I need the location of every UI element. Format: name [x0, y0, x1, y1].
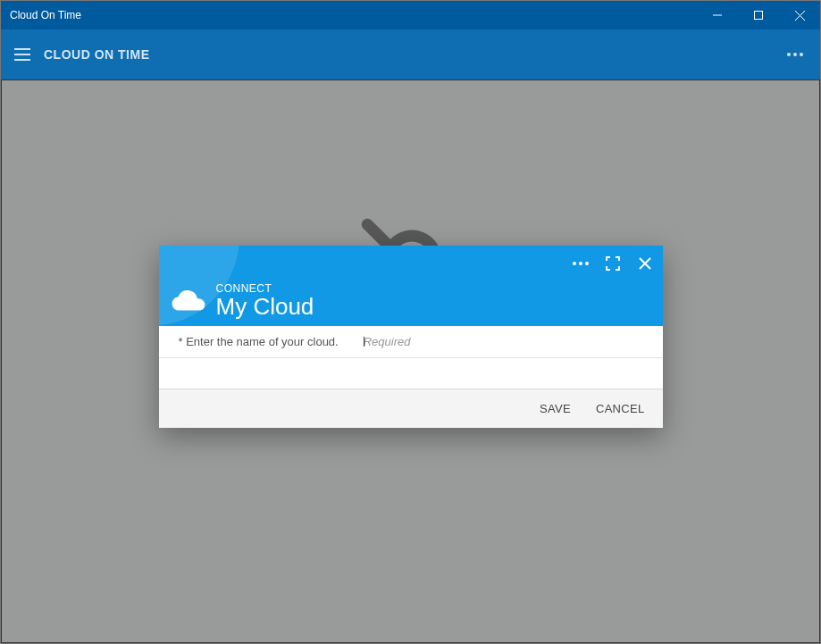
dialog-header-actions	[570, 253, 656, 274]
dialog-footer: SAVE CANCEL	[159, 389, 663, 428]
content-area: CONNECT My Cloud * Enter the name of you…	[1, 79, 820, 643]
app-title: CLOUD ON TIME	[44, 47, 150, 62]
window-maximize-button[interactable]	[738, 1, 779, 29]
cancel-button[interactable]: CANCEL	[596, 402, 645, 415]
window-titlebar: Cloud On Time	[1, 1, 820, 29]
close-icon	[638, 256, 652, 271]
cloud-icon	[170, 289, 207, 314]
dialog-title: My Cloud	[216, 295, 314, 319]
menu-button[interactable]	[1, 29, 44, 79]
cloud-name-field-row: * Enter the name of your cloud.	[159, 326, 663, 358]
dialog-body: * Enter the name of your cloud.	[159, 326, 663, 389]
dialog-close-button[interactable]	[634, 253, 656, 274]
app-window: Cloud On Time CLOUD ON TIME	[0, 0, 821, 644]
window-minimize-button[interactable]	[697, 1, 738, 29]
fullscreen-icon	[606, 256, 620, 271]
dialog-header: CONNECT My Cloud	[159, 246, 663, 326]
cloud-name-input[interactable]	[364, 335, 643, 348]
window-title: Cloud On Time	[1, 9, 697, 21]
dialog-fullscreen-button[interactable]	[602, 253, 624, 274]
spacer-row	[159, 358, 663, 389]
cloud-name-label: * Enter the name of your cloud.	[179, 335, 339, 348]
window-close-button[interactable]	[779, 1, 820, 29]
more-icon	[787, 53, 803, 56]
svg-rect-1	[755, 12, 763, 20]
connect-dialog: CONNECT My Cloud * Enter the name of you…	[159, 246, 663, 428]
app-more-button[interactable]	[777, 29, 820, 79]
dialog-more-button[interactable]	[570, 253, 591, 274]
save-button[interactable]: SAVE	[540, 402, 571, 415]
hamburger-icon	[14, 48, 30, 61]
app-bar: CLOUD ON TIME	[1, 29, 820, 79]
text-cursor	[364, 337, 364, 347]
more-icon	[573, 262, 589, 265]
